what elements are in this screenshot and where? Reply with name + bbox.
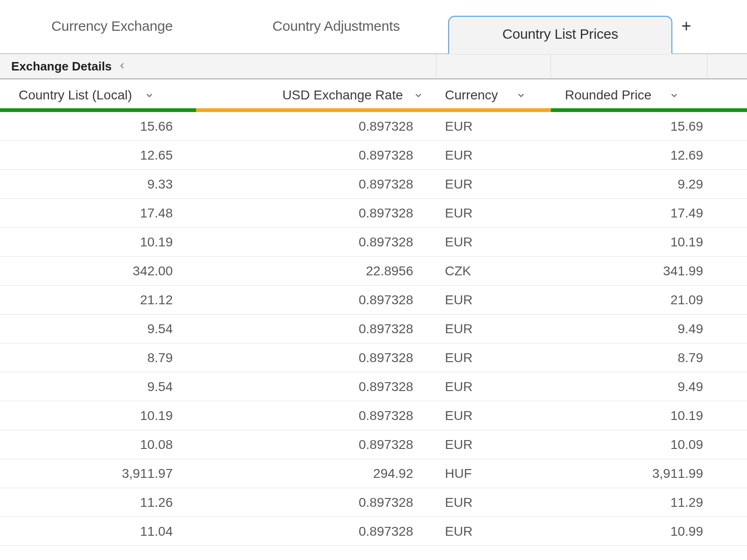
table-row[interactable]: 342.0022.8956CZK341.99 bbox=[0, 257, 747, 286]
table-row[interactable]: 10.190.897328EUR10.19 bbox=[0, 228, 747, 257]
cell-curr[interactable]: CZK bbox=[437, 264, 551, 279]
cell-curr[interactable]: EUR bbox=[437, 350, 551, 365]
table-row[interactable]: 17.480.897328EUR17.49 bbox=[0, 199, 747, 228]
cell-local[interactable]: 10.19 bbox=[0, 235, 196, 250]
cell-rounded[interactable]: 9.49 bbox=[551, 379, 747, 394]
cell-rounded[interactable]: 8.79 bbox=[551, 350, 747, 365]
cell-rate[interactable]: 0.897328 bbox=[196, 524, 437, 539]
cell-rate[interactable]: 0.897328 bbox=[196, 350, 437, 365]
table-row[interactable]: 11.040.897328EUR10.99 bbox=[0, 517, 747, 546]
cell-rate[interactable]: 0.897328 bbox=[196, 235, 437, 250]
cell-curr[interactable]: EUR bbox=[437, 293, 551, 308]
cell-rounded[interactable]: 11.29 bbox=[551, 495, 747, 510]
table-row[interactable]: 21.120.897328EUR21.09 bbox=[0, 286, 747, 315]
column-header-country-list-local[interactable]: Country List (Local) bbox=[0, 79, 196, 111]
table-row[interactable]: 12.650.897328EUR12.69 bbox=[0, 141, 747, 170]
cell-rate[interactable]: 0.897328 bbox=[196, 408, 437, 423]
cell-rate[interactable]: 0.897328 bbox=[196, 293, 437, 308]
tab-label: Currency Exchange bbox=[51, 18, 173, 34]
cell-curr[interactable]: HUF bbox=[437, 466, 551, 481]
plus-icon: + bbox=[681, 16, 691, 36]
cell-local[interactable]: 9.54 bbox=[0, 379, 196, 394]
table-row[interactable]: 10.190.897328EUR10.19 bbox=[0, 401, 747, 430]
table-row[interactable]: 8.790.897328EUR8.79 bbox=[0, 343, 747, 372]
column-label: Rounded Price bbox=[565, 88, 651, 103]
cell-local[interactable]: 3,911.97 bbox=[0, 466, 196, 481]
column-label: Currency bbox=[445, 88, 498, 103]
cell-curr[interactable]: EUR bbox=[437, 119, 551, 134]
cell-rounded[interactable]: 17.49 bbox=[551, 206, 747, 221]
tab-country-adjustments[interactable]: Country Adjustments bbox=[224, 0, 448, 53]
cell-rounded[interactable]: 9.29 bbox=[551, 177, 747, 192]
cell-local[interactable]: 9.54 bbox=[0, 322, 196, 336]
column-header-currency[interactable]: Currency bbox=[437, 79, 551, 111]
cell-curr[interactable]: EUR bbox=[437, 524, 551, 539]
breadcrumb[interactable]: Exchange Details bbox=[0, 54, 437, 78]
table-row[interactable]: 9.540.897328EUR9.49 bbox=[0, 315, 747, 343]
cell-local[interactable]: 9.33 bbox=[0, 177, 196, 192]
cell-local[interactable]: 8.79 bbox=[0, 350, 196, 365]
cell-rate[interactable]: 0.897328 bbox=[196, 119, 437, 134]
cell-rounded[interactable]: 341.99 bbox=[551, 264, 747, 279]
cell-curr[interactable]: EUR bbox=[437, 408, 551, 423]
column-header-row: Country List (Local) USD Exchange Rate C… bbox=[0, 79, 747, 112]
cell-rounded[interactable]: 10.19 bbox=[551, 408, 747, 423]
cell-curr[interactable]: EUR bbox=[437, 322, 551, 336]
cell-curr[interactable]: EUR bbox=[437, 235, 551, 250]
cell-local[interactable]: 10.08 bbox=[0, 437, 196, 452]
column-header-rounded-price[interactable]: Rounded Price bbox=[551, 79, 747, 111]
color-strip-segment bbox=[551, 108, 747, 112]
color-strip-segment bbox=[196, 108, 551, 112]
cell-rate[interactable]: 22.8956 bbox=[196, 264, 437, 279]
column-label: USD Exchange Rate bbox=[282, 88, 403, 103]
cell-rounded[interactable]: 15.69 bbox=[551, 119, 747, 134]
table-row[interactable]: 9.330.897328EUR9.29 bbox=[0, 170, 747, 199]
tab-label: Country Adjustments bbox=[273, 18, 400, 34]
cell-rate[interactable]: 0.897328 bbox=[196, 437, 437, 452]
breadcrumb-title: Exchange Details bbox=[11, 59, 112, 74]
column-group-color-strip bbox=[0, 108, 747, 112]
cell-rounded[interactable]: 10.09 bbox=[551, 437, 747, 452]
cell-local[interactable]: 21.12 bbox=[0, 293, 196, 308]
table-row[interactable]: 15.660.897328EUR15.69 bbox=[0, 112, 747, 141]
subheader-cell bbox=[437, 54, 551, 78]
tab-country-list-prices[interactable]: Country List Prices bbox=[448, 16, 672, 54]
cell-local[interactable]: 11.04 bbox=[0, 524, 196, 539]
cell-rate[interactable]: 0.897328 bbox=[196, 148, 437, 163]
cell-local[interactable]: 12.65 bbox=[0, 148, 196, 163]
cell-rounded[interactable]: 10.19 bbox=[551, 235, 747, 250]
cell-rate[interactable]: 0.897328 bbox=[196, 495, 437, 510]
column-label: Country List (Local) bbox=[19, 88, 132, 103]
cell-curr[interactable]: EUR bbox=[437, 379, 551, 394]
add-tab-button[interactable]: + bbox=[672, 0, 700, 53]
cell-curr[interactable]: EUR bbox=[437, 495, 551, 510]
cell-curr[interactable]: EUR bbox=[437, 177, 551, 192]
cell-rate[interactable]: 0.897328 bbox=[196, 206, 437, 221]
cell-rate[interactable]: 0.897328 bbox=[196, 177, 437, 192]
cell-rate[interactable]: 294.92 bbox=[196, 466, 437, 481]
tab-currency-exchange[interactable]: Currency Exchange bbox=[0, 0, 224, 53]
cell-rounded[interactable]: 3,911.99 bbox=[551, 466, 747, 481]
cell-rate[interactable]: 0.897328 bbox=[196, 322, 437, 336]
cell-rate[interactable]: 0.897328 bbox=[196, 379, 437, 394]
cell-curr[interactable]: EUR bbox=[437, 437, 551, 452]
table-row[interactable]: 3,911.97294.92HUF3,911.99 bbox=[0, 459, 747, 488]
cell-curr[interactable]: EUR bbox=[437, 148, 551, 163]
subheader-cell bbox=[551, 54, 707, 78]
chevron-down-icon bbox=[414, 91, 423, 102]
chevron-down-icon bbox=[670, 91, 678, 102]
cell-rounded[interactable]: 10.99 bbox=[551, 524, 747, 539]
cell-local[interactable]: 342.00 bbox=[0, 264, 196, 279]
table-row[interactable]: 9.540.897328EUR9.49 bbox=[0, 372, 747, 401]
table-row[interactable]: 10.080.897328EUR10.09 bbox=[0, 430, 747, 459]
cell-local[interactable]: 10.19 bbox=[0, 408, 196, 423]
cell-curr[interactable]: EUR bbox=[437, 206, 551, 221]
cell-local[interactable]: 11.26 bbox=[0, 495, 196, 510]
table-row[interactable]: 11.260.897328EUR11.29 bbox=[0, 488, 747, 517]
cell-rounded[interactable]: 12.69 bbox=[551, 148, 747, 163]
cell-local[interactable]: 17.48 bbox=[0, 206, 196, 221]
cell-rounded[interactable]: 21.09 bbox=[551, 293, 747, 308]
cell-rounded[interactable]: 9.49 bbox=[551, 322, 747, 336]
cell-local[interactable]: 15.66 bbox=[0, 119, 196, 134]
column-header-usd-exchange-rate[interactable]: USD Exchange Rate bbox=[196, 79, 437, 111]
